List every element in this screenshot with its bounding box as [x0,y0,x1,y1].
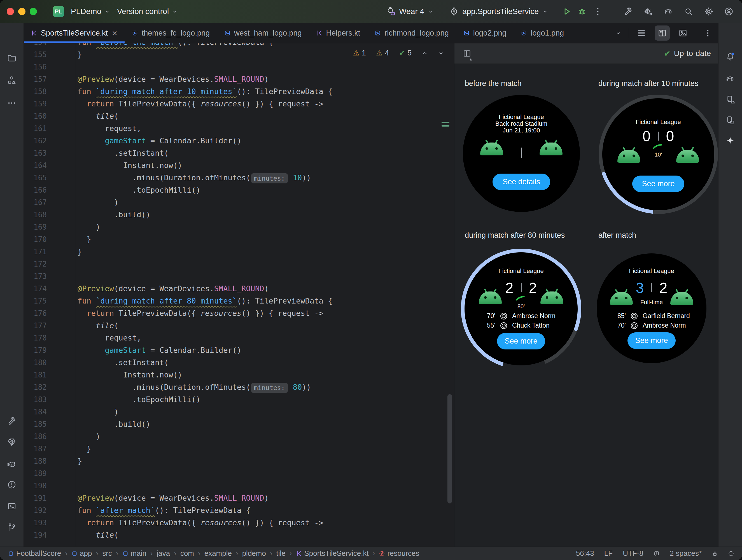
breadcrumb-SportsTileService.kt[interactable]: SportsTileService.kt [296,549,369,558]
device-selector[interactable]: Wear 4 [386,7,434,16]
code-line[interactable]: 171} [24,246,454,258]
code-line[interactable]: 193 return TilePreviewData({ resources()… [24,517,454,529]
preview-layout-button[interactable] [462,48,472,59]
gradle-sync-button[interactable] [662,6,674,17]
caret-position[interactable]: 56:43 [576,549,594,558]
code-editor[interactable]: 154fun `before the match`(): TilePreview… [24,43,454,547]
tab-Helpers.kt[interactable]: Helpers.kt [309,23,368,43]
indent-setting[interactable]: 2 spaces* [670,549,702,558]
tab-logo1.png[interactable]: logo1.png [514,23,571,43]
code-line[interactable]: 167 ) [24,196,454,209]
build-tool-button[interactable] [6,415,18,427]
app-quality-insights-button[interactable] [6,436,18,448]
tile-after-match[interactable]: Fictional League 3 2 Full-time [597,253,706,363]
code-line[interactable]: 158fun `during match after 10 minutes`()… [24,86,454,98]
code-line[interactable]: 160 tile( [24,110,454,122]
version-control-tool-button[interactable] [6,521,18,533]
tab-themes_fc_logo.png[interactable]: themes_fc_logo.png [124,23,217,43]
project-selector[interactable]: PLDemo [71,7,110,16]
window-close-button[interactable] [7,8,14,15]
search-everywhere-button[interactable] [683,6,694,17]
code-line[interactable]: 184 ) [24,406,454,418]
code-line[interactable]: 170 } [24,233,454,246]
breadcrumb-pldemo[interactable]: pldemo [242,549,266,558]
notifications-tool-button[interactable] [724,51,736,63]
project-tool-button[interactable] [6,52,18,64]
code-line[interactable]: 164 Instant.now() [24,159,454,172]
tab-overflow-button[interactable] [614,29,623,37]
tab-west_ham_logo.png[interactable]: west_ham_logo.png [217,23,309,43]
breadcrumb-java[interactable]: java [157,549,170,558]
breadcrumb-com[interactable]: com [180,549,194,558]
code-line[interactable]: 189 [24,467,454,479]
code-line[interactable]: 176 return TilePreviewData({ resources()… [24,307,454,319]
build-button[interactable] [622,6,634,17]
attach-debugger-button[interactable] [642,6,654,17]
gemini-tool-button[interactable] [724,135,736,147]
code-line[interactable]: 159 return TilePreviewData({ resources()… [24,98,454,110]
more-tool-windows-button[interactable] [6,97,18,109]
editor-mode-code-button[interactable] [634,26,649,41]
editor-scrollbar[interactable] [447,394,452,503]
code-line[interactable]: 161 request, [24,122,454,135]
code-line[interactable]: 180 .setInstant( [24,356,454,369]
code-line[interactable]: 181 Instant.now() [24,369,454,381]
breadcrumb-app[interactable]: app [71,549,92,558]
code-line[interactable]: 173 [24,270,454,283]
tab-logo2.png[interactable]: logo2.png [456,23,514,43]
close-icon[interactable]: × [112,29,117,38]
code-line[interactable]: 166 .toEpochMilli() [24,184,454,196]
breadcrumb-FootballScore[interactable]: FootballScore [8,549,61,558]
code-line[interactable]: 194 tile( [24,529,454,541]
tab-options-button[interactable] [702,27,714,39]
run-configuration-selector[interactable]: app.SportsTileService [449,7,548,16]
gradle-tool-button[interactable] [724,73,736,85]
code-line[interactable]: 179 gameStart = Calendar.Builder() [24,344,454,356]
window-minimize-button[interactable] [18,8,25,15]
code-line[interactable]: 178 request, [24,332,454,344]
tab-richmond_logo.png[interactable]: richmond_logo.png [367,23,456,43]
weak-warnings-indicator[interactable]: ⚠ 1 [351,48,367,58]
warnings-indicator[interactable]: ⚠ 4 [374,48,390,58]
readonly-toggle[interactable] [712,551,718,557]
structure-tool-button[interactable] [6,74,18,86]
line-separator[interactable]: LF [604,549,613,558]
code-line[interactable]: 174@Preview(device = WearDevices.SMALL_R… [24,283,454,295]
code-line[interactable]: 177 tile( [24,319,454,332]
debug-button[interactable] [576,6,588,17]
logcat-tool-button[interactable] [6,459,18,470]
code-line[interactable]: 191@Preview(device = WearDevices.SMALL_R… [24,492,454,504]
vcs-menu[interactable]: Version control [117,7,178,16]
code-line[interactable]: 169 ) [24,221,454,233]
more-actions-button[interactable] [592,6,604,17]
code-line[interactable]: 163 .setInstant( [24,147,454,159]
code-line[interactable]: 168 .build() [24,209,454,221]
code-line[interactable]: 172 [24,258,454,270]
breadcrumb-src[interactable]: src [102,549,112,558]
code-line[interactable]: 186 ) [24,430,454,443]
prev-problem-button[interactable] [420,50,429,57]
editor-mode-design-button[interactable] [675,26,690,41]
breadcrumb-main[interactable]: main [122,549,147,558]
code-line[interactable]: 185 .build() [24,418,454,430]
tab-SportsTileService.kt[interactable]: SportsTileService.kt× [24,23,124,43]
tile-during-match-80[interactable]: Fictional League 2 2 80' [461,249,581,369]
tile-during-match-10[interactable]: Fictional League 0 0 10' See [599,95,718,214]
profile-button[interactable] [723,6,735,17]
passed-indicator[interactable]: ✔ 5 [397,48,413,58]
tile-before-match[interactable]: Fictional League Back road Stadium Jun 2… [463,95,580,212]
code-line[interactable]: 165 .minus(Duration.ofMinutes(minutes: 1… [24,172,454,184]
code-line[interactable]: 162 gameStart = Calendar.Builder() [24,135,454,147]
code-line[interactable]: 188} [24,455,454,467]
next-problem-button[interactable] [436,50,446,57]
code-line[interactable]: 183 .toEpochMilli() [24,393,454,406]
terminal-tool-button[interactable] [6,500,18,512]
breadcrumb-tile[interactable]: tile [276,549,285,558]
settings-button[interactable] [703,6,714,17]
device-manager-tool-button[interactable] [724,94,736,106]
code-line[interactable]: 187 } [24,443,454,455]
code-line[interactable]: 182 .minus(Duration.ofMinutes(minutes: 8… [24,381,454,393]
running-devices-tool-button[interactable] [724,114,736,126]
breadcrumb-example[interactable]: example [204,549,232,558]
file-encoding[interactable]: UTF-8 [623,549,643,558]
